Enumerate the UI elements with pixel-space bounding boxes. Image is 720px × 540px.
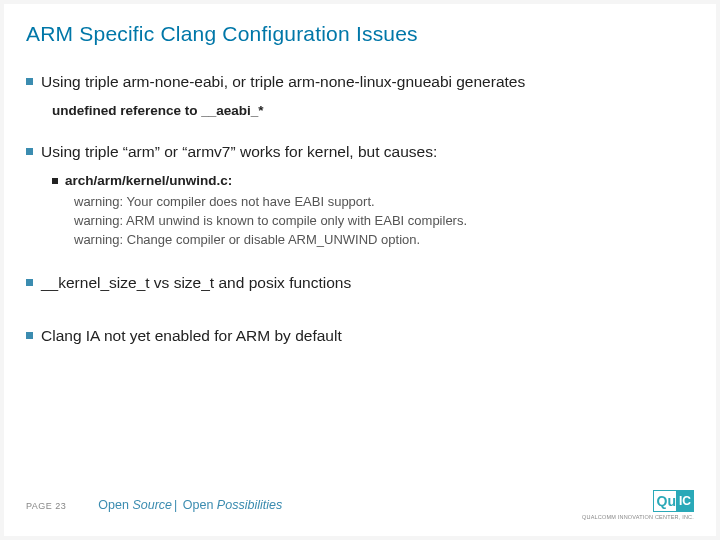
logo-text-ic: IC: [676, 490, 694, 512]
sub-bullet-text: arch/arm/kernel/unwind.c:: [65, 173, 232, 188]
warning-line: warning: ARM unwind is known to compile …: [74, 213, 694, 228]
bullet-text: __kernel_size_t vs size_t and posix func…: [41, 273, 351, 294]
footer: PAGE 23 Open Source| Open Possibilities …: [4, 490, 716, 520]
bullet-icon: [26, 332, 33, 339]
bullet-icon: [26, 78, 33, 85]
page-number: PAGE 23: [26, 501, 66, 511]
bullet-subtext: undefined reference to __aeabi_*: [52, 103, 694, 118]
footer-left: PAGE 23 Open Source| Open Possibilities: [26, 498, 282, 512]
bullet-icon: [26, 279, 33, 286]
bullet-item: __kernel_size_t vs size_t and posix func…: [26, 273, 694, 294]
bullet-icon: [26, 148, 33, 155]
slide: ARM Specific Clang Configuration Issues …: [4, 4, 716, 536]
page-title: ARM Specific Clang Configuration Issues: [26, 22, 694, 46]
warning-line: warning: Change compiler or disable ARM_…: [74, 232, 694, 247]
tagline: Open Source| Open Possibilities: [98, 498, 282, 512]
logo: Qu IC QUALCOMM INNOVATION CENTER, INC.: [582, 490, 694, 520]
bullet-item: Using triple “arm” or “armv7” works for …: [26, 142, 694, 163]
warning-line: warning: Your compiler does not have EAB…: [74, 194, 694, 209]
logo-mark: Qu IC: [653, 490, 694, 512]
bullet-text: Using triple “arm” or “armv7” works for …: [41, 142, 437, 163]
bullet-icon: [52, 178, 58, 184]
bullet-text: Clang IA not yet enabled for ARM by defa…: [41, 326, 342, 347]
sub-bullet-item: arch/arm/kernel/unwind.c:: [52, 173, 694, 188]
logo-subtext: QUALCOMM INNOVATION CENTER, INC.: [582, 514, 694, 520]
bullet-text: Using triple arm-none-eabi, or triple ar…: [41, 72, 525, 93]
bullet-item: Clang IA not yet enabled for ARM by defa…: [26, 326, 694, 347]
bullet-item: Using triple arm-none-eabi, or triple ar…: [26, 72, 694, 93]
logo-text-qu: Qu: [653, 490, 677, 512]
